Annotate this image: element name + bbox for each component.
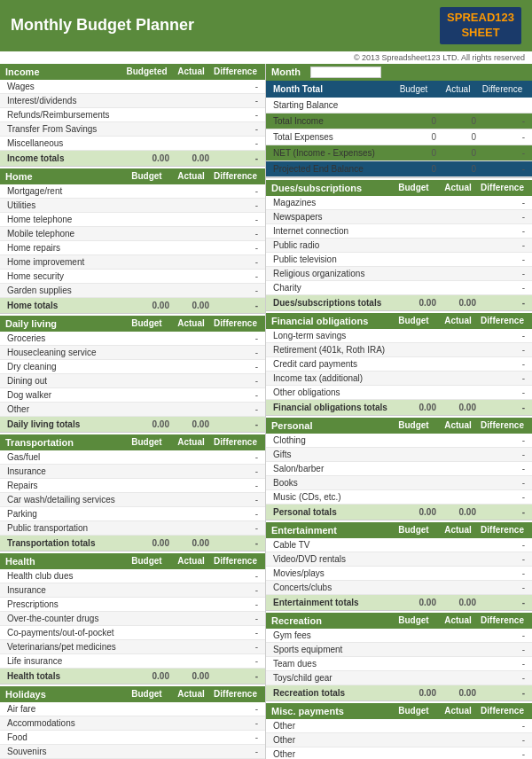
misc-payments-rows: Other - Other - Other - Other - Other - — [266, 719, 532, 759]
income-col-diff: Difference — [211, 67, 260, 77]
table-row: Other obligations - — [266, 386, 532, 400]
row-budget — [389, 449, 438, 460]
row-diff: - — [211, 508, 260, 520]
table-row: Home telephone - — [0, 213, 265, 227]
month-row-label: Starting Balance — [271, 99, 389, 111]
table-row: Salon/barber - — [266, 462, 532, 476]
entertainment-totals-row: Entertainment totals 0.00 0.00 - — [266, 595, 532, 611]
row-budget — [122, 655, 171, 667]
row-budget — [122, 451, 171, 463]
transportation-totals-budget: 0.00 — [122, 537, 171, 549]
row-budget — [389, 211, 438, 223]
income-header: Income Budgeted Actual Difference — [0, 64, 265, 80]
row-diff: - — [211, 641, 260, 653]
row-budget — [389, 748, 438, 759]
month-input[interactable] — [310, 67, 381, 78]
month-total-row: NET (Income - Expenses) 0 0 - — [266, 145, 532, 161]
transportation-totals-actual: 0.00 — [171, 537, 211, 549]
home-label: Home — [5, 171, 122, 182]
row-label: Dining out — [5, 375, 122, 387]
row-actual — [171, 451, 211, 463]
row-budget — [122, 256, 171, 268]
row-diff: - — [478, 387, 527, 398]
month-row-diff: - — [478, 131, 527, 143]
transportation-col-budget: Budget — [122, 437, 171, 448]
holidays-rows: Air fare - Accommodations - Food - Souve… — [0, 702, 265, 759]
health-totals-row: Health totals 0.00 0.00 - — [0, 669, 265, 685]
row-actual — [171, 81, 211, 92]
month-row-actual: 0 — [438, 163, 478, 175]
misc-payments-col-budget: Budget — [389, 706, 438, 716]
row-label: Air fare — [5, 703, 122, 715]
entertainment-rows: Cable TV - Video/DVD rentals - Movies/pl… — [266, 538, 532, 595]
row-diff: - — [211, 242, 260, 254]
row-actual — [438, 720, 478, 732]
logo-line2: SHEET — [461, 26, 499, 39]
row-diff: - — [211, 466, 260, 477]
row-budget — [389, 463, 438, 474]
health-col-diff: Difference — [211, 556, 260, 567]
row-diff: - — [478, 720, 527, 732]
month-row-label: Projected End Balance — [271, 163, 389, 175]
daily-living-totals-row: Daily living totals 0.00 0.00 - — [0, 417, 265, 433]
month-row-budget: 0 — [389, 131, 438, 143]
row-label: Charity — [271, 282, 389, 293]
row-diff: - — [478, 672, 527, 684]
row-diff: - — [478, 239, 527, 251]
financial-obligations-totals-budget: 0.00 — [389, 402, 438, 413]
row-budget — [122, 570, 171, 582]
month-row-budget: 0 — [389, 147, 438, 159]
row-label: Garden supplies — [5, 285, 122, 296]
table-row: Internet connection - — [266, 224, 532, 239]
row-label: Sports equipment — [271, 644, 389, 655]
recreation-section: Recreation Budget Actual Difference Gym … — [266, 613, 532, 701]
holidays-section: Holidays Budget Actual Difference Air fa… — [0, 686, 265, 759]
health-header: Health Budget Actual Difference — [0, 553, 265, 569]
month-row-diff: - — [478, 147, 527, 159]
row-actual — [438, 358, 478, 370]
table-row: Transfer From Savings - — [0, 122, 265, 137]
table-row: Gym fees - — [266, 629, 532, 643]
table-row: Gas/fuel - — [0, 450, 265, 465]
row-budget — [389, 434, 438, 446]
recreation-col-diff: Difference — [478, 615, 527, 626]
row-budget — [122, 95, 171, 106]
row-diff: - — [478, 539, 527, 551]
row-actual — [438, 211, 478, 223]
table-row: Veterinarians/pet medicines - — [0, 640, 265, 654]
row-actual — [171, 508, 211, 520]
row-budget — [389, 197, 438, 208]
row-actual — [171, 333, 211, 344]
row-budget — [122, 717, 171, 729]
personal-totals-diff: - — [478, 506, 527, 518]
row-label: Dry cleaning — [5, 361, 122, 372]
month-col-budget: Budget — [389, 83, 438, 95]
logo: SPREAD123 SHEET — [440, 7, 521, 44]
row-label: Parking — [5, 508, 122, 520]
row-budget — [122, 123, 171, 135]
misc-payments-label: Misc. payments — [271, 706, 389, 716]
personal-col-actual: Actual — [438, 420, 478, 431]
transportation-header: Transportation Budget Actual Difference — [0, 434, 265, 450]
row-budget — [122, 627, 171, 638]
month-row-actual: 0 — [438, 115, 478, 127]
month-total-row: Starting Balance — [266, 98, 532, 113]
row-label: Magazines — [271, 197, 389, 208]
table-row: Food - — [0, 731, 265, 745]
daily-living-col-actual: Actual — [171, 318, 211, 329]
table-row: Other - — [266, 747, 532, 759]
table-row: Movies/plays - — [266, 567, 532, 581]
row-actual — [438, 734, 478, 746]
row-budget — [389, 734, 438, 746]
row-label: Gas/fuel — [5, 451, 122, 463]
table-row: Long-term savings - — [266, 329, 532, 343]
recreation-totals-row: Recreation totals 0.00 0.00 - — [266, 685, 532, 701]
row-label: Insurance — [5, 584, 122, 596]
row-diff: - — [211, 655, 260, 667]
dues-col-budget: Budget — [389, 183, 438, 193]
transportation-totals-row: Transportation totals 0.00 0.00 - — [0, 536, 265, 552]
row-actual — [438, 658, 478, 669]
row-diff: - — [211, 95, 260, 106]
row-budget — [122, 242, 171, 254]
row-actual — [171, 347, 211, 358]
